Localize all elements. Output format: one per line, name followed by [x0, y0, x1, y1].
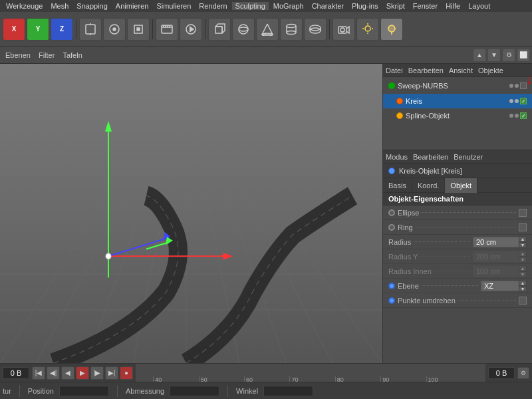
viewport-3d[interactable]	[0, 64, 382, 363]
ring-radio[interactable]	[388, 224, 395, 231]
sphere-button[interactable]	[232, 18, 255, 41]
menu-charakter[interactable]: Charakter	[309, 2, 347, 10]
menu-mograph[interactable]: MoGraph	[270, 2, 307, 10]
settings-icon[interactable]: ⚙	[503, 49, 515, 61]
radius-increment[interactable]: ▲	[519, 236, 527, 242]
props-object-title: Kreis-Objekt [Kreis]	[399, 167, 462, 175]
spline-dot2	[515, 114, 519, 118]
punkte-checkbox[interactable]	[519, 297, 527, 305]
ebene-label-text: Ebene	[398, 282, 419, 290]
menu-plugins[interactable]: Plug-ins	[348, 2, 382, 10]
props-row-radius-y: Radius Y 200 cm ▲ ▼	[383, 249, 532, 264]
lamp-button[interactable]	[380, 18, 403, 41]
kreis-dot2	[515, 99, 519, 103]
props-radius-y-label: Radius Y	[388, 253, 470, 261]
menu-werkzeuge[interactable]: Werkzeuge	[3, 2, 46, 10]
ellipse-checkbox[interactable]	[519, 209, 527, 217]
menu-sculpting[interactable]: Sculpting	[232, 2, 269, 10]
menu-skript[interactable]: Skript	[383, 2, 408, 10]
toolbar2-right: ▲ ▼ ⚙ ⬜	[473, 49, 529, 61]
play-forward-button[interactable]: ▶	[76, 366, 89, 380]
hier-datei[interactable]: Datei	[386, 66, 403, 74]
move-tool-button[interactable]	[79, 18, 102, 41]
camera-button[interactable]	[332, 18, 355, 41]
animation-button[interactable]	[180, 18, 202, 41]
kreis-row[interactable]: Kreis ✓	[383, 94, 532, 108]
hier-ansicht[interactable]: Ansicht	[449, 66, 473, 74]
radius-innen-dots	[434, 271, 470, 271]
expand-icon[interactable]: ⬜	[517, 49, 529, 61]
props-modus[interactable]: Modus	[386, 153, 408, 161]
hierarchy-sweep-row[interactable]: Sweep-NURBS ↓	[383, 77, 532, 94]
radius-value-field[interactable]: 20 cm	[473, 237, 519, 247]
abmessung-input[interactable]	[170, 386, 219, 396]
scale-tool-button[interactable]	[127, 18, 150, 41]
ellipse-radio[interactable]	[388, 209, 395, 216]
record-button[interactable]: ●	[120, 366, 133, 380]
down-arrow-icon[interactable]: ▼	[488, 49, 500, 61]
timeline-settings-button[interactable]: ⚙	[517, 367, 529, 379]
menu-rendern[interactable]: Rendern	[196, 2, 230, 10]
ebene-value-field[interactable]: XZ	[481, 281, 519, 291]
timeline-ruler[interactable]: 40 50 60 70 80 90 100	[136, 364, 485, 382]
tab-objekt[interactable]: Objekt	[445, 178, 477, 193]
axis-x-button[interactable]: X	[3, 18, 25, 41]
punkte-radio[interactable]	[388, 297, 395, 304]
disc-button[interactable]	[304, 18, 327, 41]
menu-simulieren[interactable]: Simulieren	[153, 2, 194, 10]
position-input[interactable]	[59, 386, 109, 396]
timeline-controls: |◀ ◀| ◀ ▶ |▶ ▶| ●	[32, 366, 133, 380]
ebene-radio[interactable]	[388, 283, 395, 289]
props-punkte-label: Punkte umdrehen	[388, 297, 516, 305]
props-ring-label: Ring	[388, 223, 516, 231]
spline-row[interactable]: Spline-Objekt ✓	[383, 108, 532, 123]
play-back-button[interactable]: ◀	[61, 366, 74, 380]
menu-snapping[interactable]: Snapping	[73, 2, 111, 10]
go-end-button[interactable]: ▶|	[105, 366, 118, 380]
light-button[interactable]	[356, 18, 379, 41]
filter-menu[interactable]: Filter	[36, 50, 57, 61]
tab-basis[interactable]: Basis	[383, 178, 412, 193]
cone-button[interactable]	[256, 18, 279, 41]
up-arrow-icon[interactable]: ▲	[473, 49, 485, 61]
layers-menu[interactable]: Ebenen	[3, 50, 33, 61]
radius-y-dots	[420, 256, 470, 257]
props-bearbeiten[interactable]: Bearbeiten	[413, 153, 448, 161]
render-view-button[interactable]	[156, 18, 178, 41]
spline-icon	[396, 112, 403, 119]
menu-hilfe[interactable]: Hilfe	[442, 2, 464, 10]
axis-z-button[interactable]: Z	[51, 18, 73, 41]
ring-checkbox[interactable]	[519, 223, 527, 231]
kreis-check[interactable]: ✓	[520, 98, 527, 104]
tafeln-menu[interactable]: Tafeln	[60, 50, 84, 61]
menu-animieren[interactable]: Animieren	[112, 2, 152, 10]
svg-point-18	[239, 27, 248, 31]
radius-decrement[interactable]: ▼	[519, 242, 527, 248]
menu-fenster[interactable]: Fenster	[410, 2, 441, 10]
tab-koord[interactable]: Koord.	[412, 178, 445, 193]
step-back-button[interactable]: ◀|	[47, 366, 60, 380]
winkel-input[interactable]	[263, 386, 313, 396]
props-row-radius-innen: Radius Innen 100 cm ▲ ▼	[383, 264, 532, 279]
rotate-tool-button[interactable]	[103, 18, 126, 41]
menu-mesh[interactable]: Mesh	[47, 2, 72, 10]
step-forward-button[interactable]: |▶	[90, 366, 104, 380]
spline-dot1	[509, 114, 513, 118]
menu-layout[interactable]: Layout	[465, 2, 493, 10]
cube-button[interactable]	[208, 18, 231, 41]
ebene-spinner: ▲ ▼	[519, 280, 527, 292]
sweep-controls	[509, 82, 527, 89]
ebene-increment[interactable]: ▲	[519, 280, 527, 286]
ring-dots	[416, 227, 516, 227]
tube-button[interactable]	[280, 18, 303, 41]
axis-y-button[interactable]: Y	[27, 18, 49, 41]
timeline-area: 0 B |◀ ◀| ◀ ▶ |▶ ▶| ● 40 50 60 70 80 90 …	[0, 363, 532, 382]
spline-check[interactable]: ✓	[520, 112, 527, 119]
hier-objekte[interactable]: Objekte	[478, 66, 503, 74]
ebene-decrement[interactable]: ▼	[519, 286, 527, 292]
status-sep2	[117, 385, 118, 397]
go-start-button[interactable]: |◀	[32, 366, 45, 380]
props-benutzer[interactable]: Benutzer	[454, 153, 483, 161]
hier-bearbeiten[interactable]: Bearbeiten	[408, 66, 444, 74]
radius-value-group: 20 cm ▲ ▼	[473, 236, 527, 248]
